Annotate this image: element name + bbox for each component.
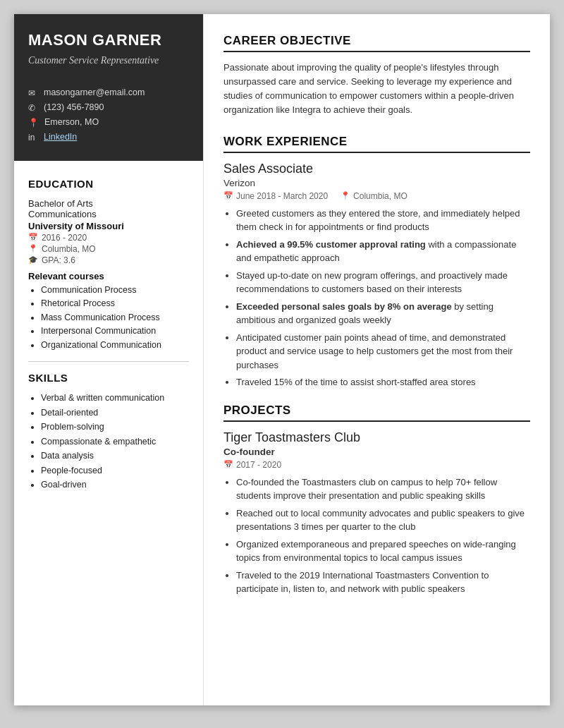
list-item: Achieved a 99.5% customer approval ratin… [236, 238, 530, 265]
list-item: Traveled to the 2019 International Toast… [236, 569, 530, 596]
list-item: Co-founded the Toastmasters club on camp… [236, 475, 530, 503]
bold-text: Achieved a 99.5% customer approval ratin… [236, 239, 426, 250]
list-item: Greeted customers as they entered the st… [236, 207, 530, 234]
linkedin-icon: in [28, 133, 38, 142]
contact-linkedin[interactable]: in LinkedIn [28, 132, 189, 142]
calendar-icon: 📅 [223, 460, 233, 469]
career-objective-section: CAREER OBJECTIVE Passionate about improv… [223, 34, 530, 118]
education-block: Bachelor of Arts Communications Universi… [28, 198, 189, 352]
location-icon: 📍 [28, 118, 39, 128]
job-title: Sales Associate [223, 162, 530, 176]
list-item: Anticipated customer pain points ahead o… [236, 331, 530, 372]
skills-list: Verbal & written communication Detail-or… [28, 392, 189, 492]
list-item: Problem-solving [41, 421, 189, 434]
list-item: Verbal & written communication [41, 392, 189, 405]
list-item: Goal-driven [41, 479, 189, 492]
job-date: 📅 June 2018 - March 2020 [223, 191, 328, 201]
projects-title: PROJECTS [223, 404, 530, 422]
email-icon: ✉ [28, 88, 38, 98]
projects-section: PROJECTS Tiger Toastmasters Club Co-foun… [223, 404, 530, 596]
main-content: CAREER OBJECTIVE Passionate about improv… [203, 14, 550, 705]
sidebar-header: MASON GARNER Customer Service Representa… [14, 14, 203, 87]
list-item: Exceeded personal sales goals by 8% on a… [236, 300, 530, 327]
list-item: Data analysis [41, 450, 189, 463]
edu-years: 📅 2016 - 2020 [28, 233, 189, 243]
candidate-name: MASON GARNER [28, 31, 189, 49]
pin-icon: 📍 [341, 191, 350, 200]
list-item: Organizational Communication [41, 339, 189, 352]
list-item: Reached out to local community advocates… [236, 506, 530, 534]
career-objective-title: CAREER OBJECTIVE [223, 34, 530, 52]
pin-icon: 📍 [28, 244, 38, 253]
sidebar-body: EDUCATION Bachelor of Arts Communication… [14, 161, 203, 508]
candidate-title: Customer Service Representative [28, 54, 189, 68]
phone-icon: ✆ [28, 103, 38, 113]
project-role: Co-founder [223, 447, 530, 457]
skills-section-title: SKILLS [28, 372, 189, 384]
contact-phone: ✆ (123) 456-7890 [28, 102, 189, 113]
job-bullets: Greeted customers as they entered the st… [223, 207, 530, 389]
edu-gpa: 🎓 GPA: 3.6 [28, 255, 189, 265]
calendar-icon: 📅 [223, 191, 233, 200]
gpa-icon: 🎓 [28, 255, 38, 265]
education-section-title: EDUCATION [28, 178, 189, 190]
job-location: 📍 Columbia, MO [341, 191, 407, 201]
list-item: People-focused [41, 465, 189, 478]
divider [28, 361, 189, 362]
list-item: Mass Communication Process [41, 312, 189, 324]
list-item: Compassionate & empathetic [41, 436, 189, 449]
list-item: Interpersonal Communication [41, 325, 189, 338]
list-item: Rhetorical Process [41, 298, 189, 310]
project-bullets: Co-founded the Toastmasters club on camp… [223, 475, 530, 596]
career-objective-text: Passionate about improving the quality o… [223, 61, 530, 118]
work-experience-title: WORK EXPERIENCE [223, 135, 530, 153]
list-item: Detail-oriented [41, 407, 189, 420]
bold-text: Exceeded personal sales goals by 8% on a… [236, 301, 452, 312]
list-item: Organized extemporaneous and prepared sp… [236, 538, 530, 565]
work-experience-section: WORK EXPERIENCE Sales Associate Verizon … [223, 135, 530, 389]
list-item: Communication Process [41, 284, 189, 297]
job-company: Verizon [223, 178, 530, 188]
edu-city: 📍 Columbia, MO [28, 244, 189, 254]
courses-list: Communication Process Rhetorical Process… [28, 284, 189, 352]
courses-label: Relevant courses [28, 271, 189, 281]
contact-location: 📍 Emerson, MO [28, 117, 189, 128]
list-item: Traveled 15% of the time to assist short… [236, 375, 530, 389]
sidebar: MASON GARNER Customer Service Representa… [14, 14, 203, 705]
project-title: Tiger Toastmasters Club [223, 430, 530, 445]
job-meta: 📅 June 2018 - March 2020 📍 Columbia, MO [223, 191, 530, 201]
resume-container: MASON GARNER Customer Service Representa… [14, 14, 550, 705]
calendar-icon: 📅 [28, 233, 38, 242]
sidebar-contact: ✉ masongarner@email.com ✆ (123) 456-7890… [14, 87, 203, 161]
project-meta: 📅 2017 - 2020 [223, 460, 530, 470]
edu-degree: Bachelor of Arts [28, 198, 189, 209]
list-item: Stayed up-to-date on new program offerin… [236, 269, 530, 296]
edu-field: Communications [28, 209, 189, 219]
contact-email: ✉ masongarner@email.com [28, 87, 189, 98]
edu-university: University of Missouri [28, 221, 189, 231]
